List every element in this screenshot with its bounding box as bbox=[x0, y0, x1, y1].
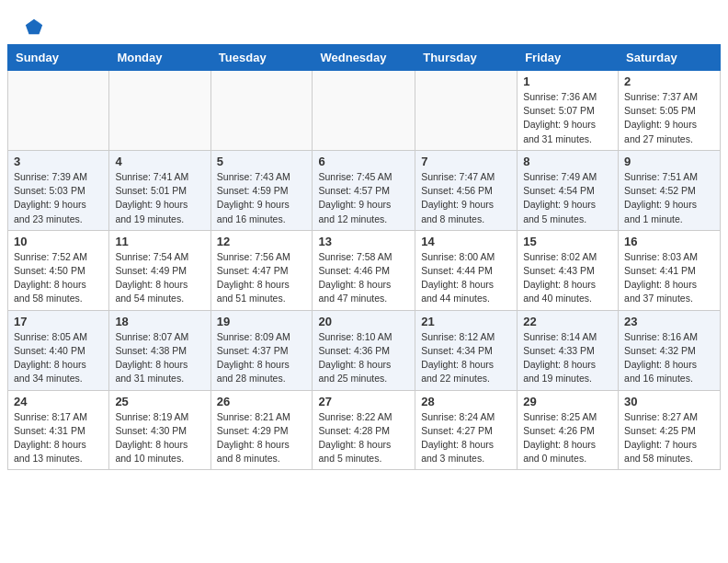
day-number: 28 bbox=[421, 395, 511, 408]
calendar-day-cell: 18Sunrise: 8:07 AMSunset: 4:38 PMDayligh… bbox=[109, 310, 210, 390]
calendar-week-row: 1Sunrise: 7:36 AMSunset: 5:07 PMDaylight… bbox=[8, 71, 721, 151]
day-info: Sunrise: 8:07 AMSunset: 4:38 PMDaylight:… bbox=[115, 330, 204, 386]
day-info: Sunrise: 7:51 AMSunset: 4:52 PMDaylight:… bbox=[624, 170, 714, 226]
day-number: 27 bbox=[318, 395, 409, 408]
day-number: 3 bbox=[14, 155, 103, 168]
calendar-day-cell: 26Sunrise: 8:21 AMSunset: 4:29 PMDayligh… bbox=[210, 390, 313, 470]
day-info: Sunrise: 7:49 AMSunset: 4:54 PMDaylight:… bbox=[523, 170, 612, 226]
day-info: Sunrise: 8:03 AMSunset: 4:41 PMDaylight:… bbox=[624, 250, 714, 306]
calendar-day-cell: 7Sunrise: 7:47 AMSunset: 4:56 PMDaylight… bbox=[415, 150, 518, 230]
day-number: 14 bbox=[421, 235, 511, 248]
calendar-week-row: 17Sunrise: 8:05 AMSunset: 4:40 PMDayligh… bbox=[8, 310, 721, 390]
day-number: 23 bbox=[624, 315, 714, 328]
calendar-header-wednesday: Wednesday bbox=[313, 45, 415, 71]
calendar-day-cell: 5Sunrise: 7:43 AMSunset: 4:59 PMDaylight… bbox=[210, 150, 313, 230]
day-number: 1 bbox=[523, 75, 612, 88]
day-number: 17 bbox=[14, 315, 103, 328]
calendar-day-cell bbox=[8, 71, 109, 151]
calendar-day-cell: 11Sunrise: 7:54 AMSunset: 4:49 PMDayligh… bbox=[109, 230, 210, 310]
calendar-week-row: 10Sunrise: 7:52 AMSunset: 4:50 PMDayligh… bbox=[8, 230, 721, 310]
calendar-day-cell: 4Sunrise: 7:41 AMSunset: 5:01 PMDaylight… bbox=[109, 150, 210, 230]
day-number: 20 bbox=[318, 315, 409, 328]
calendar-day-cell: 17Sunrise: 8:05 AMSunset: 4:40 PMDayligh… bbox=[8, 310, 109, 390]
day-info: Sunrise: 8:05 AMSunset: 4:40 PMDaylight:… bbox=[14, 330, 103, 386]
day-number: 21 bbox=[421, 315, 511, 328]
calendar-day-cell: 30Sunrise: 8:27 AMSunset: 4:25 PMDayligh… bbox=[619, 390, 721, 470]
page-header bbox=[0, 0, 728, 44]
day-number: 4 bbox=[115, 155, 204, 168]
logo bbox=[22, 17, 44, 37]
calendar-day-cell bbox=[210, 71, 313, 151]
day-number: 12 bbox=[217, 235, 307, 248]
day-info: Sunrise: 8:24 AMSunset: 4:27 PMDaylight:… bbox=[421, 410, 511, 466]
day-number: 8 bbox=[523, 155, 612, 168]
calendar-day-cell bbox=[415, 71, 518, 151]
calendar-day-cell: 13Sunrise: 7:58 AMSunset: 4:46 PMDayligh… bbox=[313, 230, 415, 310]
calendar-header-friday: Friday bbox=[518, 45, 619, 71]
calendar-table: SundayMondayTuesdayWednesdayThursdayFrid… bbox=[7, 44, 721, 470]
day-info: Sunrise: 8:09 AMSunset: 4:37 PMDaylight:… bbox=[217, 330, 307, 386]
day-info: Sunrise: 7:36 AMSunset: 5:07 PMDaylight:… bbox=[523, 90, 612, 146]
day-number: 26 bbox=[217, 395, 307, 408]
day-info: Sunrise: 7:45 AMSunset: 4:57 PMDaylight:… bbox=[318, 170, 409, 226]
calendar-header-tuesday: Tuesday bbox=[210, 45, 313, 71]
calendar-day-cell: 12Sunrise: 7:56 AMSunset: 4:47 PMDayligh… bbox=[210, 230, 313, 310]
logo-icon bbox=[24, 17, 44, 37]
calendar-day-cell: 15Sunrise: 8:02 AMSunset: 4:43 PMDayligh… bbox=[518, 230, 619, 310]
calendar-day-cell: 29Sunrise: 8:25 AMSunset: 4:26 PMDayligh… bbox=[518, 390, 619, 470]
calendar-day-cell: 21Sunrise: 8:12 AMSunset: 4:34 PMDayligh… bbox=[415, 310, 518, 390]
day-info: Sunrise: 7:41 AMSunset: 5:01 PMDaylight:… bbox=[115, 170, 204, 226]
calendar-day-cell: 20Sunrise: 8:10 AMSunset: 4:36 PMDayligh… bbox=[313, 310, 415, 390]
day-number: 30 bbox=[624, 395, 714, 408]
calendar-day-cell: 24Sunrise: 8:17 AMSunset: 4:31 PMDayligh… bbox=[8, 390, 109, 470]
day-info: Sunrise: 7:37 AMSunset: 5:05 PMDaylight:… bbox=[624, 90, 714, 146]
day-info: Sunrise: 8:21 AMSunset: 4:29 PMDaylight:… bbox=[217, 410, 307, 466]
day-number: 9 bbox=[624, 155, 714, 168]
calendar-header-sunday: Sunday bbox=[8, 45, 109, 71]
calendar-day-cell bbox=[313, 71, 415, 151]
day-info: Sunrise: 7:39 AMSunset: 5:03 PMDaylight:… bbox=[14, 170, 103, 226]
calendar-wrapper: SundayMondayTuesdayWednesdayThursdayFrid… bbox=[0, 44, 728, 477]
calendar-header-thursday: Thursday bbox=[415, 45, 518, 71]
day-number: 25 bbox=[115, 395, 204, 408]
day-info: Sunrise: 7:52 AMSunset: 4:50 PMDaylight:… bbox=[14, 250, 103, 306]
calendar-day-cell: 16Sunrise: 8:03 AMSunset: 4:41 PMDayligh… bbox=[619, 230, 721, 310]
day-info: Sunrise: 8:12 AMSunset: 4:34 PMDaylight:… bbox=[421, 330, 511, 386]
day-info: Sunrise: 8:25 AMSunset: 4:26 PMDaylight:… bbox=[523, 410, 612, 466]
day-number: 2 bbox=[624, 75, 714, 88]
calendar-day-cell: 14Sunrise: 8:00 AMSunset: 4:44 PMDayligh… bbox=[415, 230, 518, 310]
day-info: Sunrise: 8:27 AMSunset: 4:25 PMDaylight:… bbox=[624, 410, 714, 466]
day-info: Sunrise: 8:17 AMSunset: 4:31 PMDaylight:… bbox=[14, 410, 103, 466]
day-info: Sunrise: 7:47 AMSunset: 4:56 PMDaylight:… bbox=[421, 170, 511, 226]
calendar-header-row: SundayMondayTuesdayWednesdayThursdayFrid… bbox=[8, 45, 721, 71]
calendar-day-cell: 8Sunrise: 7:49 AMSunset: 4:54 PMDaylight… bbox=[518, 150, 619, 230]
calendar-week-row: 3Sunrise: 7:39 AMSunset: 5:03 PMDaylight… bbox=[8, 150, 721, 230]
calendar-day-cell: 3Sunrise: 7:39 AMSunset: 5:03 PMDaylight… bbox=[8, 150, 109, 230]
day-info: Sunrise: 7:56 AMSunset: 4:47 PMDaylight:… bbox=[217, 250, 307, 306]
day-number: 15 bbox=[523, 235, 612, 248]
day-info: Sunrise: 7:43 AMSunset: 4:59 PMDaylight:… bbox=[217, 170, 307, 226]
day-number: 7 bbox=[421, 155, 511, 168]
calendar-header-saturday: Saturday bbox=[619, 45, 721, 71]
day-number: 11 bbox=[115, 235, 204, 248]
calendar-day-cell: 25Sunrise: 8:19 AMSunset: 4:30 PMDayligh… bbox=[109, 390, 210, 470]
day-info: Sunrise: 8:10 AMSunset: 4:36 PMDaylight:… bbox=[318, 330, 409, 386]
day-number: 16 bbox=[624, 235, 714, 248]
day-number: 6 bbox=[318, 155, 409, 168]
day-info: Sunrise: 8:16 AMSunset: 4:32 PMDaylight:… bbox=[624, 330, 714, 386]
day-info: Sunrise: 7:58 AMSunset: 4:46 PMDaylight:… bbox=[318, 250, 409, 306]
calendar-day-cell: 22Sunrise: 8:14 AMSunset: 4:33 PMDayligh… bbox=[518, 310, 619, 390]
day-number: 5 bbox=[217, 155, 307, 168]
day-info: Sunrise: 8:22 AMSunset: 4:28 PMDaylight:… bbox=[318, 410, 409, 466]
calendar-day-cell: 27Sunrise: 8:22 AMSunset: 4:28 PMDayligh… bbox=[313, 390, 415, 470]
calendar-day-cell: 28Sunrise: 8:24 AMSunset: 4:27 PMDayligh… bbox=[415, 390, 518, 470]
day-number: 19 bbox=[217, 315, 307, 328]
calendar-day-cell: 19Sunrise: 8:09 AMSunset: 4:37 PMDayligh… bbox=[210, 310, 313, 390]
calendar-day-cell: 23Sunrise: 8:16 AMSunset: 4:32 PMDayligh… bbox=[619, 310, 721, 390]
calendar-day-cell: 9Sunrise: 7:51 AMSunset: 4:52 PMDaylight… bbox=[619, 150, 721, 230]
svg-marker-0 bbox=[26, 19, 42, 35]
calendar-day-cell: 6Sunrise: 7:45 AMSunset: 4:57 PMDaylight… bbox=[313, 150, 415, 230]
calendar-day-cell: 2Sunrise: 7:37 AMSunset: 5:05 PMDaylight… bbox=[619, 71, 721, 151]
day-number: 24 bbox=[14, 395, 103, 408]
calendar-week-row: 24Sunrise: 8:17 AMSunset: 4:31 PMDayligh… bbox=[8, 390, 721, 470]
